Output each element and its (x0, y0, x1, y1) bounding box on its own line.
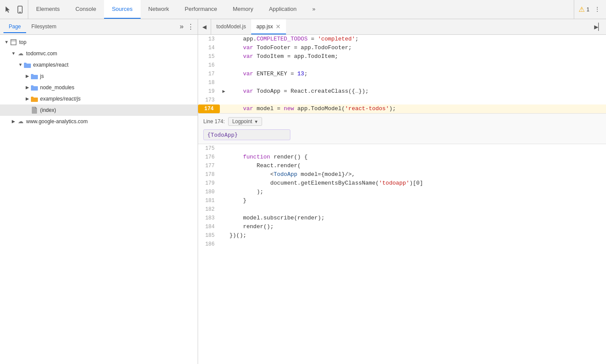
code-line-19: 19 ▶ var TodoApp = React.createClass({…}… (198, 87, 606, 96)
tree-item-top[interactable]: ▼ top (0, 37, 198, 48)
file-tab-todomodel-label: todoModel.js (216, 24, 246, 30)
logpoint-input[interactable] (203, 129, 290, 140)
arrow-node-modules: ▶ (24, 83, 30, 92)
arrow-js: ▶ (24, 71, 30, 81)
warning-badge[interactable]: ⚠ 1 (579, 5, 589, 13)
sub-tab-page[interactable]: Page (3, 21, 26, 33)
line-content-177: React.render( (228, 162, 606, 170)
file-tab-appjsx-close[interactable]: ✕ (276, 23, 281, 30)
arrow-index (24, 105, 30, 115)
toolbar-icon-group (0, 0, 28, 19)
code-line-18: 18 (198, 78, 606, 87)
tree-item-node-modules[interactable]: ▶ node_modules (0, 82, 198, 93)
folder-icon-examples-react (24, 61, 31, 69)
file-tree: ▼ top ▼ ☁ todomvc.com ▼ examples (0, 35, 198, 364)
tree-item-examples-react-js[interactable]: ▶ examples/react/js (0, 93, 198, 104)
line-content-181: } (228, 196, 606, 205)
arrow-examples-react-js: ▶ (24, 94, 30, 104)
line-content-13: app.COMPLETED_TODOS = 'completed'; (228, 35, 606, 44)
tree-item-examples-react[interactable]: ▼ examples/react (0, 59, 198, 71)
code-line-13: 13 app.COMPLETED_TODOS = 'completed'; (198, 35, 606, 44)
arrow-top: ▼ (3, 37, 10, 47)
tab-more[interactable]: » (304, 0, 323, 19)
file-tab-appjsx[interactable]: app.jsx ✕ (251, 19, 286, 34)
code-line-175: 175 (198, 144, 606, 153)
tree-item-todomvc[interactable]: ▼ ☁ todomvc.com (0, 48, 198, 59)
line-num-15: 15 (198, 52, 220, 61)
cloud-icon-todomvc: ☁ (17, 50, 24, 57)
code-line-15: 15 var TodoItem = app.TodoItem; (198, 52, 606, 61)
line-num-183: 183 (198, 214, 220, 222)
folder-icon-js (30, 72, 38, 80)
code-area[interactable]: 13 app.COMPLETED_TODOS = 'completed'; 14… (198, 35, 606, 364)
logpoint-type-dropdown[interactable]: Logpoint ▼ (228, 117, 262, 126)
toolbar-right: ⚠ 1 ⋮ (574, 0, 606, 19)
tab-network[interactable]: Network (141, 0, 177, 19)
line-num-178: 178 (198, 170, 220, 179)
tree-item-index[interactable]: (index) (0, 104, 198, 116)
tab-performance[interactable]: Performance (177, 0, 225, 19)
file-tab-todomodel[interactable]: todoModel.js (211, 19, 251, 34)
line-content-180: ); (228, 188, 606, 196)
code-line-174: 174 var model = new app.TodoModel('react… (198, 104, 606, 113)
code-line-14: 14 var TodoFooter = app.TodoFooter; (198, 44, 606, 52)
code-line-173: 173 (198, 96, 606, 104)
line-num-18: 18 (198, 78, 220, 87)
line-content-174: var model = new app.TodoModel('react-tod… (228, 104, 606, 113)
line-num-174: 174 (198, 104, 220, 113)
tab-console[interactable]: Console (67, 0, 104, 19)
tree-label-node-modules: node_modules (40, 83, 74, 92)
svg-rect-2 (11, 40, 16, 45)
collapse-right-icon[interactable]: ▶▏ (594, 23, 603, 31)
right-panel: ◀ todoModel.js app.jsx ✕ ▶▏ 13 app.COMPL… (198, 19, 606, 364)
line-num-180: 180 (198, 188, 220, 196)
logpoint-header: Line 174: Logpoint ▼ (203, 117, 601, 126)
arrow-google-analytics: ▶ (10, 117, 17, 126)
file-tab-end: ▶▏ (591, 19, 606, 34)
more-menu-icon[interactable]: ⋮ (593, 5, 602, 14)
left-panel: Page Filesystem » ⋮ ▼ top ▼ ☁ todomvc.co… (0, 19, 198, 364)
code-line-179: 179 document.getElementsByClassName('tod… (198, 179, 606, 188)
file-icon-index (30, 106, 38, 114)
tree-item-js[interactable]: ▶ js (0, 71, 198, 82)
warning-count: 1 (586, 7, 589, 13)
line-content-15: var TodoItem = app.TodoItem; (228, 52, 606, 61)
file-tab-bar: ◀ todoModel.js app.jsx ✕ ▶▏ (198, 19, 606, 35)
line-num-14: 14 (198, 44, 220, 52)
logpoint-panel: Line 174: Logpoint ▼ (198, 113, 606, 144)
line-num-185: 185 (198, 231, 220, 240)
sub-tab-more[interactable]: » (179, 23, 184, 31)
line-num-176: 176 (198, 153, 220, 162)
logpoint-dropdown-arrow: ▼ (254, 119, 258, 124)
line-content-14: var TodoFooter = app.TodoFooter; (228, 44, 606, 52)
line-content-176: function render() { (228, 153, 606, 162)
tab-application[interactable]: Application (261, 0, 305, 19)
tree-label-examples-react: examples/react (33, 60, 68, 70)
sub-tab-kebab[interactable]: ⋮ (187, 23, 194, 31)
logpoint-type-label: Logpoint (232, 118, 252, 125)
tree-label-google-analytics: www.google-analytics.com (26, 117, 88, 126)
arrow-examples-react: ▼ (17, 60, 24, 70)
line-arrow-19[interactable]: ▶ (220, 87, 228, 96)
tab-memory[interactable]: Memory (225, 0, 261, 19)
line-num-179: 179 (198, 179, 220, 188)
mobile-icon[interactable] (16, 5, 24, 14)
line-content-185: })(); (228, 231, 606, 240)
tree-item-google-analytics[interactable]: ▶ ☁ www.google-analytics.com (0, 116, 198, 127)
code-line-185: 185 })(); (198, 231, 606, 240)
tab-sources[interactable]: Sources (104, 0, 141, 19)
line-content-17: var ENTER_KEY = 13; (228, 70, 606, 78)
folder-icon-examples-react-js (30, 95, 38, 103)
logpoint-line-label: Line 174: (203, 118, 225, 125)
tree-label-todomvc: todomvc.com (26, 49, 57, 58)
tree-label-top: top (19, 37, 27, 47)
code-line-16: 16 (198, 61, 606, 70)
cursor-icon[interactable] (3, 5, 12, 14)
line-num-175: 175 (198, 144, 220, 153)
file-tab-back-button[interactable]: ◀ (198, 19, 211, 34)
line-content-183: model.subscribe(render); (228, 214, 606, 222)
arrow-todomvc: ▼ (10, 49, 17, 58)
line-content-19: var TodoApp = React.createClass({…}); (228, 87, 606, 96)
sub-tab-filesystem[interactable]: Filesystem (26, 21, 61, 33)
tab-elements[interactable]: Elements (28, 0, 67, 19)
